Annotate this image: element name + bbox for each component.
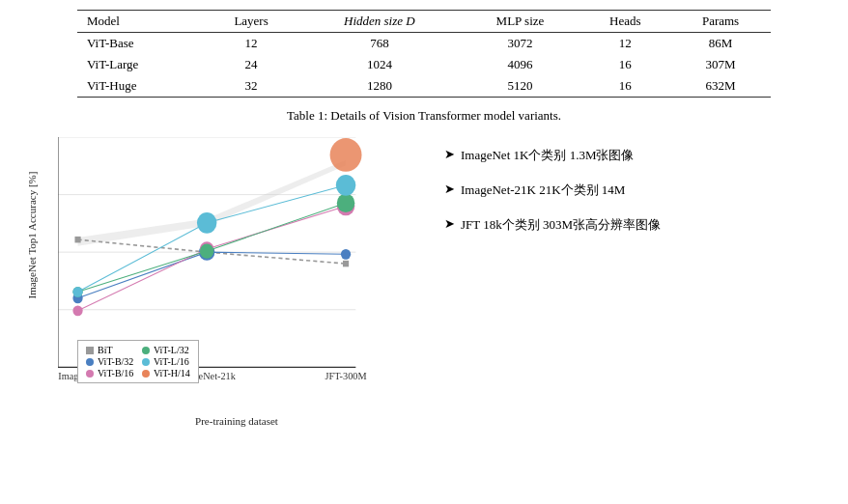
- vith14-icon: [142, 370, 150, 378]
- cell-model-0: ViT-Base: [77, 33, 204, 55]
- model-table: Model Layers Hidden size D MLP size Head…: [77, 10, 771, 98]
- svg-point-30: [336, 175, 356, 196]
- bullet-item-1: ➤ ImageNet-21K 21K个类别 14M: [444, 182, 824, 199]
- col-mlp-size: MLP size: [460, 11, 579, 33]
- cell-hidden-0: 768: [298, 33, 460, 55]
- cell-model-2: ViT-Huge: [77, 75, 204, 98]
- col-heads: Heads: [580, 11, 671, 33]
- chart-container: ImageNet Top1 Accuracy [%] 70 75 8: [10, 127, 425, 427]
- table-header-row: Model Layers Hidden size D MLP size Head…: [77, 11, 771, 33]
- legend-label-vitb32: ViT-B/32: [98, 356, 133, 367]
- svg-rect-18: [343, 261, 349, 266]
- legend-label-vith14: ViT-H/14: [154, 368, 190, 378]
- svg-point-22: [72, 305, 82, 316]
- legend-item-vith14: ViT-H/14: [142, 368, 190, 378]
- legend-item-vitl16: ViT-L/16: [142, 356, 190, 367]
- table-row: ViT-Base 12 768 3072 12 86M: [77, 33, 771, 55]
- cell-model-1: ViT-Large: [77, 54, 204, 75]
- svg-point-29: [197, 212, 217, 234]
- svg-point-27: [337, 194, 355, 213]
- legend-item-vitl32: ViT-L/32: [142, 345, 190, 355]
- col-hidden-size: Hidden size D: [298, 11, 460, 33]
- legend-label-vitl16: ViT-L/16: [154, 356, 189, 367]
- col-model: Model: [77, 11, 204, 33]
- table-row: ViT-Large 24 1024 4096 16 307M: [77, 54, 771, 75]
- bullet-text-0: ImageNet 1K个类别 1.3M张图像: [461, 147, 634, 164]
- bullet-text-2: JFT 18k个类别 303M张高分辨率图像: [461, 216, 661, 234]
- legend-label-bit: BiT: [98, 345, 113, 355]
- arrow-icon-0: ➤: [444, 147, 455, 162]
- table-section: Model Layers Hidden size D MLP size Head…: [0, 0, 848, 102]
- cell-mlp-1: 4096: [460, 54, 579, 75]
- bullet-text-1: ImageNet-21K 21K个类别 14M: [461, 182, 625, 199]
- cell-layers-1: 24: [204, 54, 299, 75]
- legend-item-vitb32: ViT-B/32: [86, 356, 134, 367]
- svg-rect-16: [74, 237, 80, 243]
- svg-point-31: [330, 138, 362, 172]
- arrow-icon-2: ➤: [444, 216, 455, 232]
- legend-label-vitl32: ViT-L/32: [154, 345, 189, 355]
- svg-point-21: [341, 249, 351, 260]
- cell-hidden-2: 1280: [298, 75, 460, 98]
- cell-hidden-1: 1024: [298, 54, 460, 75]
- y-axis-label: ImageNet Top1 Accuracy [%]: [26, 256, 38, 299]
- legend-item-bit: BiT: [86, 345, 134, 355]
- legend-item-vitb16: ViT-B/16: [86, 368, 134, 378]
- cell-heads-0: 12: [580, 33, 671, 55]
- cell-heads-2: 16: [580, 75, 671, 98]
- chart-legend: BiT ViT-L/32 ViT-B/32 ViT-L/16 ViT-B/16 …: [77, 340, 199, 383]
- vitb16-icon: [86, 370, 94, 378]
- bullet-item-0: ➤ ImageNet 1K个类别 1.3M张图像: [444, 147, 824, 164]
- vitl16-icon: [142, 358, 150, 366]
- cell-layers-2: 32: [204, 75, 299, 98]
- col-layers: Layers: [204, 11, 299, 33]
- x-axis-label: Pre-training dataset: [58, 415, 415, 427]
- cell-params-1: 307M: [670, 54, 771, 75]
- bullet-item-2: ➤ JFT 18k个类别 303M张高分辨率图像: [444, 216, 824, 234]
- cell-mlp-2: 5120: [460, 75, 579, 98]
- bit-icon: [86, 347, 94, 354]
- col-params: Params: [670, 11, 771, 33]
- legend-label-vitb16: ViT-B/16: [98, 368, 133, 378]
- vitb32-icon: [86, 358, 94, 366]
- vitl32-icon: [142, 347, 150, 354]
- cell-params-0: 86M: [670, 33, 771, 55]
- table-caption: Table 1: Details of Vision Transformer m…: [0, 102, 848, 127]
- arrow-icon-1: ➤: [444, 182, 455, 197]
- cell-layers-0: 12: [204, 33, 299, 55]
- cell-params-2: 632M: [670, 75, 771, 98]
- svg-point-28: [72, 287, 82, 297]
- svg-marker-15: [78, 160, 347, 246]
- table-row: ViT-Huge 32 1280 5120 16 632M: [77, 75, 771, 98]
- right-section: ➤ ImageNet 1K个类别 1.3M张图像 ➤ ImageNet-21K …: [425, 127, 838, 427]
- main-content: ImageNet Top1 Accuracy [%] 70 75 8: [0, 127, 848, 427]
- cell-mlp-0: 3072: [460, 33, 579, 55]
- svg-point-26: [200, 244, 213, 259]
- cell-heads-1: 16: [580, 54, 671, 75]
- svg-text:JFT-300M: JFT-300M: [325, 371, 368, 381]
